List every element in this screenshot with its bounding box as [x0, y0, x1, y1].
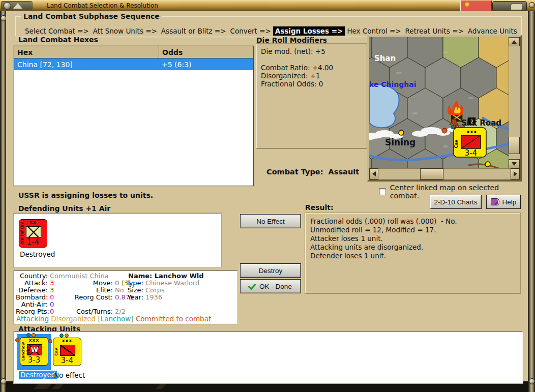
unit-state-label: Destroyed [19, 371, 57, 379]
attacking-unit-counter-1[interactable]: xxx W 3-3 Lanchow Wld [20, 337, 48, 366]
destroy-label: Destroy [259, 267, 283, 275]
subphase-list: Select Combat => Att Snow Units => Assau… [23, 26, 514, 36]
lake-shape [369, 84, 399, 128]
phase-hex-control[interactable]: Hex Control => [345, 26, 403, 36]
hex-table: Hex Odds China [72, 130] +5 (6:3) [14, 46, 254, 186]
status-lanchow: [Lanchow] [98, 315, 133, 323]
game-window: Land Combat Selection & Resolution Land … [0, 0, 535, 392]
vertical-scroll-thumb[interactable] [509, 137, 520, 154]
phase-select-combat[interactable]: Select Combat => [23, 26, 91, 36]
phase-assault-or-blitz[interactable]: Assault or Blitz => [159, 26, 228, 36]
name-value: Lanchow Wld [155, 272, 204, 280]
phase-retreat-units[interactable]: Retreat Units => [403, 26, 466, 36]
die-modifiers-title: Die Roll Modifiers [256, 36, 327, 44]
unit-side-name: 3rd Inf Div [20, 220, 25, 247]
map-label-sining: Sining [385, 137, 415, 147]
costturns-value: 2/2 [115, 308, 126, 315]
help-button[interactable]: Help [486, 195, 521, 209]
destroy-button[interactable]: Destroy [240, 263, 301, 278]
status-dot-teal [26, 333, 31, 337]
status-dot-rust [442, 128, 447, 133]
type-value: Chinese Warlord [145, 279, 199, 287]
combat-ratio-line: Combat Ratio: +4.00 [261, 64, 363, 72]
scroll-up-button[interactable] [509, 37, 520, 46]
table-row[interactable]: China [72, 130] +5 (6:3) [14, 58, 253, 70]
unit-state-label: No effect [54, 371, 85, 379]
status-dot-orange [32, 333, 36, 337]
year-value: 1936 [145, 293, 162, 301]
map-vertical-scrollbar[interactable] [509, 37, 520, 168]
charts-button[interactable]: 2-D-10 Charts [430, 195, 482, 209]
defense-label: Defense: [16, 286, 48, 294]
map-canvas[interactable]: 2 xxx 3-4 Cav Shan ke Chinghai [369, 37, 509, 168]
type-label: Type: [114, 279, 143, 287]
horizontal-scroll-thumb[interactable] [420, 168, 443, 179]
combat-type: Combat Type: Assault [266, 168, 359, 176]
screw-icon [4, 2, 11, 10]
unit-state-label: Destroyed [20, 250, 55, 258]
odds-cell: +5 (6:3) [159, 61, 253, 69]
linked-map[interactable]: 2 xxx 3-4 Cav Shan ke Chinghai [367, 35, 522, 182]
hex-cell: China [72, 130] [14, 61, 159, 69]
bombard-value: 0 [50, 293, 54, 301]
window-menu-buttons[interactable] [1, 1, 33, 10]
city-dot [485, 162, 490, 167]
result-line: Attacker loses 1 unit. [310, 234, 515, 243]
map-horizontal-scrollbar[interactable] [369, 168, 520, 179]
fractional-odds-line: Fractional Odds: 0 [261, 80, 363, 88]
defending-units-title: Defending Units +1 Air [18, 204, 110, 213]
scroll-down-button[interactable] [509, 159, 520, 168]
name-label: Name: [128, 272, 152, 280]
pyramid-icon [13, 3, 22, 9]
size-label: Size: [114, 286, 143, 294]
col-hex[interactable]: Hex [14, 48, 159, 56]
phase-advance-units[interactable]: Advance Units [466, 26, 519, 36]
elite-label: Elite: [63, 286, 113, 294]
title-bar: Land Combat Selection & Resolution [0, 0, 535, 12]
disorganized-line: Disorganized: +1 [261, 72, 363, 80]
ok-done-label: OK - Done [259, 283, 292, 290]
phase-convert[interactable]: Convert => [228, 26, 273, 36]
unit-size: xxx [467, 129, 477, 134]
map-label-silk-road: Silk Road [461, 118, 501, 128]
status-disorganized: Disorganized [51, 315, 96, 323]
ussr-flag [460, 1, 492, 11]
status-dot-orange [65, 334, 69, 338]
phase-att-snow-units[interactable]: Att Snow Units => [91, 26, 159, 36]
city-dot-sining [399, 130, 404, 135]
ok-done-button[interactable]: OK - Done [240, 279, 301, 293]
scroll-left-button[interactable] [369, 168, 378, 179]
phase-assign-losses[interactable]: Assign Losses => [273, 26, 345, 36]
map-label-lake-chinghai: ke Chinghai [369, 80, 417, 88]
costturns-label: Cost/Turns: [63, 308, 113, 315]
antiair-value: 0 [50, 300, 54, 308]
no-effect-button[interactable]: No Effect [240, 214, 301, 228]
status-dot-rust [15, 338, 19, 342]
no-effect-label: No Effect [256, 218, 284, 225]
subphase-groupbox: Land Combat Subphase Sequence Select Com… [15, 16, 522, 37]
unit-side-name: Lanchow Wld [21, 338, 26, 365]
unit-side-name: Cav [454, 139, 459, 148]
attacking-unit-counter-2[interactable]: xxx 3-4 Cav [53, 338, 81, 366]
charts-button-label: 2-D-10 Charts [434, 198, 478, 206]
combat-type-value: Assault [329, 168, 360, 176]
col-odds[interactable]: Odds [159, 46, 253, 58]
status-committed: Committed to combat [136, 315, 211, 323]
check-icon [248, 281, 256, 289]
result-line: Attacking units are disorganized. [310, 243, 515, 252]
result-panel: Fractional odds (.000) roll was (.000) -… [305, 213, 520, 293]
help-book-icon [491, 198, 499, 205]
map-unit-counter[interactable]: xxx 3-4 Cav [454, 128, 486, 158]
status-dot-rust [48, 339, 52, 343]
window-control-buttons[interactable] [492, 1, 527, 11]
reorgpts-label: Reorg Pts: [16, 308, 48, 315]
map-label-shan: Shan [374, 54, 396, 63]
defending-units-box: xx 1-4 3rd Inf Div Destroyed [14, 213, 221, 267]
defending-unit-counter[interactable]: xx 1-4 3rd Inf Div [19, 219, 47, 248]
hex-table-header: Hex Odds [14, 46, 253, 58]
cavalry-symbol [60, 345, 75, 356]
country-label: Country: [16, 272, 48, 280]
attacking-units-box: xxx W 3-3 Lanchow Wld Destroyed xxx 3-4 … [14, 331, 523, 383]
scroll-right-button[interactable] [511, 168, 520, 179]
center-map-checkbox[interactable] [379, 188, 386, 195]
